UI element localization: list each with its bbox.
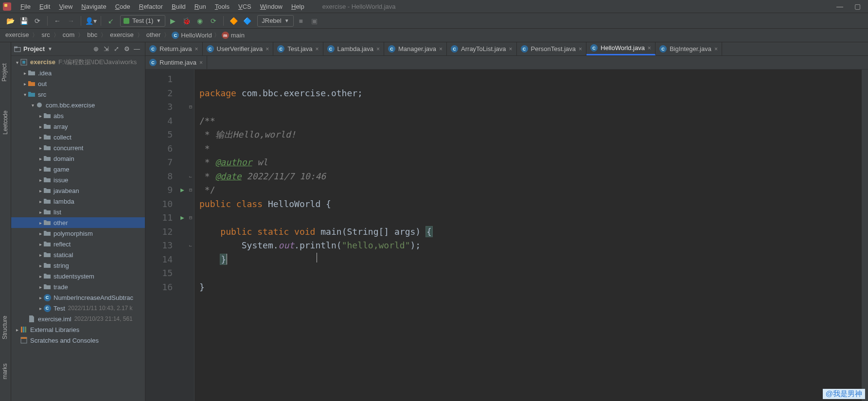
- tree-chevron-icon[interactable]: ▸: [22, 70, 28, 76]
- tree-chevron-icon[interactable]: ▸: [37, 199, 43, 204]
- menu-build[interactable]: Build: [167, 1, 190, 12]
- menu-edit[interactable]: Edit: [35, 1, 54, 12]
- tree-row[interactable]: ▾src: [11, 89, 145, 100]
- tree-chevron-icon[interactable]: ▸: [14, 327, 20, 332]
- close-icon[interactable]: ×: [579, 46, 582, 52]
- run-icon[interactable]: ▶: [166, 15, 179, 27]
- maximize-button[interactable]: ▢: [849, 1, 866, 12]
- tree-chevron-icon[interactable]: ▸: [37, 145, 43, 151]
- close-icon[interactable]: ×: [648, 45, 651, 52]
- editor-tab[interactable]: CRuntime.java×: [145, 56, 207, 69]
- jrebel-selector[interactable]: JRebel ▼: [257, 15, 293, 27]
- tree-row[interactable]: ▸string: [11, 260, 145, 271]
- tree-row[interactable]: ▸reflect: [11, 239, 145, 249]
- breadcrumb-item[interactable]: src: [40, 31, 51, 38]
- run-gutter-icon[interactable]: ▶: [180, 211, 184, 225]
- tree-chevron-icon[interactable]: ▸: [37, 263, 43, 268]
- tree-row[interactable]: ▸other: [11, 217, 145, 228]
- tree-row[interactable]: ▸statical: [11, 249, 145, 260]
- project-tree[interactable]: ▾exerciseF:\编程数据\IDE\Java\works▸.idea▸ou…: [11, 56, 145, 401]
- tree-row[interactable]: ▸game: [11, 164, 145, 174]
- tree-row[interactable]: ▸CNumberIncreaseAndSubtrac: [11, 292, 145, 303]
- tree-chevron-icon[interactable]: ▸: [37, 156, 43, 161]
- expand-icon[interactable]: ⇲: [101, 45, 111, 52]
- close-icon[interactable]: ×: [266, 46, 269, 52]
- menu-vcs[interactable]: VCS: [234, 1, 256, 12]
- tree-row[interactable]: ▸list: [11, 207, 145, 217]
- close-icon[interactable]: ×: [509, 46, 513, 52]
- tree-row[interactable]: ▸javabean: [11, 185, 145, 196]
- chevron-down-icon[interactable]: ▼: [48, 46, 53, 52]
- tree-chevron-icon[interactable]: ▸: [37, 295, 43, 300]
- menu-window[interactable]: Window: [256, 1, 287, 12]
- locate-icon[interactable]: ⊕: [91, 45, 101, 52]
- breadcrumb-item[interactable]: com: [61, 31, 76, 38]
- tree-row[interactable]: ▸collect: [11, 132, 145, 142]
- profile-icon[interactable]: ⟳: [207, 15, 220, 27]
- menu-view[interactable]: View: [54, 1, 77, 12]
- tree-row[interactable]: ▾com.bbc.exercise: [11, 100, 145, 110]
- tree-chevron-icon[interactable]: ▸: [37, 231, 43, 236]
- tree-chevron-icon[interactable]: ▸: [37, 242, 43, 247]
- forward-icon[interactable]: →: [65, 15, 77, 27]
- editor-tab[interactable]: CManager.java×: [384, 42, 447, 55]
- tree-row[interactable]: ▾exerciseF:\编程数据\IDE\Java\works: [11, 57, 145, 68]
- breadcrumb-item[interactable]: other: [145, 31, 162, 38]
- tree-chevron-icon[interactable]: ▾: [14, 60, 20, 65]
- breadcrumb-item[interactable]: exercise: [4, 31, 30, 38]
- menu-tools[interactable]: Tools: [211, 1, 234, 12]
- rocket-icon[interactable]: 🔶: [227, 15, 240, 27]
- close-icon[interactable]: ×: [315, 46, 319, 52]
- tree-row[interactable]: Scratches and Consoles: [11, 335, 145, 346]
- tree-row[interactable]: ▸concurrent: [11, 142, 145, 153]
- tree-chevron-icon[interactable]: ▸: [37, 167, 43, 172]
- tree-row[interactable]: ▸domain: [11, 153, 145, 164]
- tree-row[interactable]: ▸abs: [11, 110, 145, 121]
- tree-chevron-icon[interactable]: ▸: [37, 113, 43, 119]
- run-config-selector[interactable]: Test (1) ▼: [120, 15, 165, 27]
- tree-chevron-icon[interactable]: ▸: [37, 188, 43, 193]
- debug-icon[interactable]: 🐞: [180, 15, 193, 27]
- tree-chevron-icon[interactable]: ▸: [22, 81, 28, 87]
- sync-icon[interactable]: ⟳: [31, 15, 44, 27]
- menu-refactor[interactable]: Refactor: [135, 1, 167, 12]
- menu-run[interactable]: Run: [190, 1, 211, 12]
- tree-row[interactable]: ▸.idea: [11, 68, 145, 78]
- editor-tab[interactable]: CPersonTest.java×: [517, 42, 587, 55]
- user-icon[interactable]: 👤▾: [85, 15, 97, 27]
- tree-chevron-icon[interactable]: ▸: [37, 220, 43, 226]
- editor-tab[interactable]: CTest.java×: [273, 42, 323, 55]
- tool-leetcode[interactable]: Leetcode: [2, 110, 9, 134]
- tree-row[interactable]: ▸studentsystem: [11, 271, 145, 281]
- tree-chevron-icon[interactable]: ▸: [37, 124, 43, 129]
- tree-row[interactable]: ▸out: [11, 78, 145, 89]
- rocket2-icon[interactable]: 🔷: [241, 15, 253, 27]
- tree-chevron-icon[interactable]: ▸: [37, 306, 43, 311]
- tree-chevron-icon[interactable]: ▸: [37, 135, 43, 140]
- tree-row[interactable]: ▸trade: [11, 281, 145, 292]
- editor-tab[interactable]: CHelloWorld.java×: [586, 42, 655, 55]
- menu-help[interactable]: Help: [287, 1, 309, 12]
- minimize-button[interactable]: —: [831, 1, 849, 12]
- close-icon[interactable]: ×: [439, 46, 443, 52]
- back-icon[interactable]: ←: [51, 15, 64, 27]
- editor-tab[interactable]: CLambda.java×: [323, 42, 384, 55]
- editor-tab[interactable]: CReturn.java×: [145, 42, 203, 55]
- tree-row[interactable]: ▸issue: [11, 174, 145, 185]
- tree-row[interactable]: ▸polymorphism: [11, 228, 145, 239]
- breadcrumb-item[interactable]: exercise: [108, 31, 135, 38]
- open-icon[interactable]: 📂: [4, 15, 17, 27]
- editor-tab[interactable]: CArrayToList.java×: [447, 42, 517, 55]
- hammer-icon[interactable]: ↙: [105, 15, 117, 27]
- tool-project[interactable]: Project: [1, 63, 8, 81]
- tree-row[interactable]: ▸array: [11, 121, 145, 132]
- tree-row[interactable]: ▸lambda: [11, 196, 145, 207]
- close-icon[interactable]: ×: [714, 46, 718, 52]
- breadcrumb-class[interactable]: C HelloWorld: [172, 32, 212, 39]
- menu-navigate[interactable]: Navigate: [77, 1, 110, 12]
- code-editor[interactable]: 12345678910111213141516 ▶▶ ⊟⌐⊟⊟⌐ package…: [145, 70, 868, 401]
- settings-icon[interactable]: ⚙: [122, 45, 132, 52]
- fold-toggle-icon[interactable]: ⊟: [187, 183, 194, 197]
- editor-tab[interactable]: CBigInteger.java×: [655, 42, 722, 55]
- tree-chevron-icon[interactable]: ▾: [22, 92, 28, 97]
